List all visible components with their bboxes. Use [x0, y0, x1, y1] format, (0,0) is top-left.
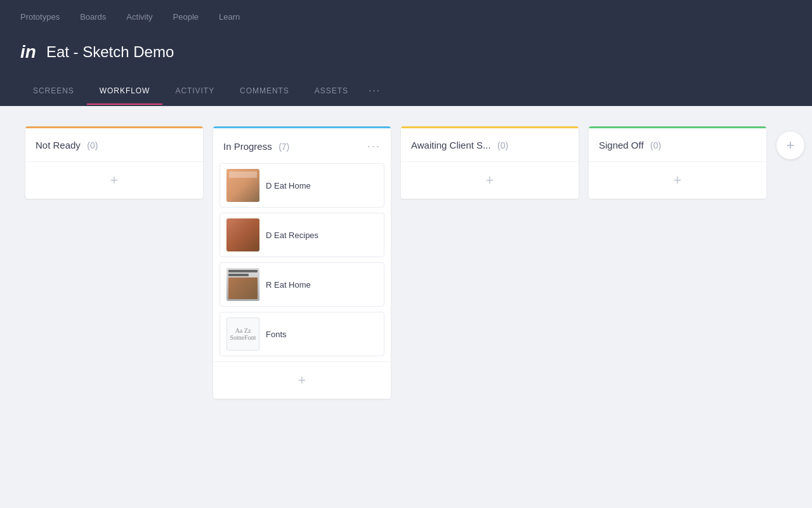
top-nav-prototypes[interactable]: Prototypes [20, 12, 60, 22]
column-awaiting-count: (0) [497, 140, 508, 150]
column-in-progress-title: In Progress [223, 141, 272, 152]
top-nav-learn[interactable]: Learn [219, 12, 240, 22]
add-card-not-ready[interactable]: + [25, 161, 203, 199]
tab-screens[interactable]: SCREENS [20, 77, 87, 104]
column-not-ready-count: (0) [87, 140, 98, 150]
tabs-bar: SCREENS WORKFLOW ACTIVITY COMMENTS ASSET… [0, 76, 812, 106]
tabs-more[interactable]: ··· [361, 76, 388, 105]
in-progress-card-list: D Eat Home D Eat Recipes R Eat Home [213, 163, 391, 361]
column-in-progress-count: (7) [278, 142, 289, 152]
column-awaiting-title: Awaiting Client S... [411, 140, 491, 150]
card-thumb-d-eat-home [226, 169, 259, 202]
column-in-progress-menu[interactable]: ··· [367, 140, 381, 153]
card-r-eat-home[interactable]: R Eat Home [219, 262, 384, 307]
card-label-d-eat-home: D Eat Home [266, 181, 311, 190]
column-awaiting-header: Awaiting Client S... (0) [411, 140, 508, 151]
top-nav-boards[interactable]: Boards [80, 12, 106, 22]
column-not-ready: Not Ready (0) + [25, 126, 203, 199]
project-title: Eat - Sketch Demo [46, 43, 174, 61]
top-nav-people[interactable]: People [173, 12, 199, 22]
tab-comments[interactable]: COMMENTS [227, 77, 302, 104]
add-card-in-progress[interactable]: + [213, 361, 391, 399]
card-label-r-eat-home: R Eat Home [266, 280, 311, 290]
column-awaiting-client: Awaiting Client S... (0) + [401, 126, 579, 199]
column-signed-off-count: (0) [650, 140, 661, 150]
column-signed-off: Signed Off (0) + [589, 126, 766, 199]
top-nav: Prototypes Boards Activity People Learn [0, 0, 812, 33]
tab-assets[interactable]: ASSETS [302, 77, 361, 104]
column-in-progress: In Progress (7) ··· D Eat Home D Eat Rec… [213, 126, 391, 399]
top-nav-activity[interactable]: Activity [126, 12, 152, 22]
column-signed-off-title: Signed Off [599, 140, 644, 150]
column-signed-off-header: Signed Off (0) [599, 140, 661, 151]
card-label-fonts: Fonts [266, 330, 287, 339]
add-card-awaiting[interactable]: + [401, 161, 579, 199]
workflow-board: Not Ready (0) + In Progress (7) ··· D Ea… [0, 106, 812, 419]
project-header: in Eat - Sketch Demo [0, 33, 812, 76]
card-d-eat-recipes[interactable]: D Eat Recipes [219, 213, 384, 257]
card-d-eat-home[interactable]: D Eat Home [219, 163, 384, 208]
card-thumb-d-eat-recipes [226, 218, 259, 251]
add-card-signed-off[interactable]: + [589, 161, 766, 199]
tab-workflow[interactable]: WORKFLOW [87, 77, 163, 104]
add-column-button[interactable]: + [776, 131, 804, 159]
card-label-d-eat-recipes: D Eat Recipes [266, 231, 318, 240]
card-fonts[interactable]: Aa ZzSomeFont Fonts [219, 312, 384, 356]
logo: in [20, 43, 36, 61]
column-in-progress-header: In Progress (7) [223, 141, 289, 152]
tab-activity[interactable]: ACTIVITY [162, 77, 227, 104]
column-not-ready-header: Not Ready (0) [36, 140, 98, 151]
fonts-thumb-text: Aa ZzSomeFont [230, 327, 256, 341]
card-thumb-r-eat-home [226, 268, 259, 301]
card-thumb-fonts: Aa ZzSomeFont [226, 318, 259, 351]
column-not-ready-title: Not Ready [36, 140, 81, 150]
